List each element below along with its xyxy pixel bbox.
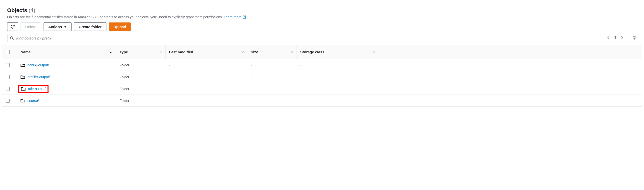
storage-class-header-label: Storage class (300, 50, 324, 54)
size-header-label: Size (251, 50, 258, 54)
storage-class-cell: - (297, 87, 378, 91)
size-column-header[interactable]: Size ▽ (247, 45, 297, 59)
refresh-icon (10, 24, 15, 29)
actions-label: Actions (48, 25, 62, 29)
row-checkbox[interactable] (6, 63, 10, 67)
folder-icon (21, 87, 26, 91)
page-number: 1 (614, 36, 616, 40)
separator (628, 35, 628, 41)
folder-icon (20, 99, 25, 103)
size-cell: - (247, 99, 297, 103)
type-cell: Folder (116, 63, 166, 67)
type-column-header[interactable]: Type ▽ (116, 45, 166, 59)
settings-button[interactable] (632, 36, 637, 41)
delete-button: Delete (20, 22, 41, 31)
row-checkbox[interactable] (6, 87, 10, 91)
sort-icon: ▽ (373, 50, 375, 54)
last-modified-cell: - (166, 63, 247, 67)
sort-icon: ▽ (242, 50, 244, 54)
storage-class-cell: - (297, 63, 378, 67)
object-count: (4) (29, 7, 36, 13)
table-row: source/Folder--- (2, 95, 642, 106)
select-all-checkbox[interactable] (6, 50, 10, 54)
external-link-icon (242, 15, 246, 19)
name-header-label: Name (20, 50, 31, 54)
svg-point-1 (634, 37, 635, 38)
objects-table: Name ▲ Type ▽ Last modified ▽ Size ▽ Sto… (2, 45, 642, 106)
type-cell: Folder (116, 75, 166, 79)
gear-icon (632, 36, 637, 40)
sort-asc-icon: ▲ (110, 50, 112, 54)
object-name-link[interactable]: profiler-output/ (28, 75, 50, 79)
learn-more-link[interactable]: Learn more (224, 15, 246, 19)
upload-button[interactable]: Upload (109, 22, 131, 31)
table-row: profiler-output/Folder--- (2, 71, 642, 83)
storage-class-cell: - (297, 99, 378, 103)
type-cell: Folder (116, 99, 166, 103)
table-header-row: Name ▲ Type ▽ Last modified ▽ Size ▽ Sto… (2, 45, 642, 59)
size-cell: - (247, 75, 297, 79)
row-checkbox[interactable] (6, 75, 10, 79)
panel-title: Objects (7, 7, 27, 13)
name-cell: rule-output/ (17, 85, 116, 93)
name-cell: profiler-output/ (17, 74, 116, 80)
object-name-link[interactable]: rule-output/ (28, 87, 46, 91)
object-name-link[interactable]: source/ (28, 99, 39, 103)
last-modified-column-header[interactable]: Last modified ▽ (166, 45, 247, 59)
table-row: rule-output/Folder--- (2, 83, 642, 95)
sort-icon: ▽ (291, 50, 293, 54)
storage-class-column-header[interactable]: Storage class ▽ (297, 45, 378, 59)
actions-button[interactable]: Actions (44, 22, 72, 31)
last-modified-header-label: Last modified (169, 50, 193, 54)
search-box[interactable] (7, 34, 225, 42)
sort-icon: ▽ (160, 50, 162, 54)
row-checkbox[interactable] (6, 99, 10, 103)
chevron-left-icon (607, 36, 610, 40)
object-name-link[interactable]: debug-output/ (28, 63, 49, 67)
last-modified-cell: - (166, 87, 247, 91)
refresh-button[interactable] (7, 22, 18, 31)
svg-point-0 (10, 36, 13, 39)
storage-class-cell: - (297, 75, 378, 79)
table-row: debug-output/Folder--- (2, 59, 642, 71)
folder-icon (20, 75, 25, 79)
select-all-header (2, 45, 17, 59)
name-cell: source/ (17, 98, 116, 104)
size-cell: - (247, 87, 297, 91)
search-icon (10, 36, 14, 40)
caret-down-icon (64, 26, 67, 28)
name-cell: debug-output/ (17, 62, 116, 68)
description-text: Objects are the fundamental entities sto… (7, 15, 223, 19)
chevron-right-icon (621, 36, 623, 40)
learn-more-label: Learn more (224, 15, 242, 19)
type-header-label: Type (120, 50, 128, 54)
search-input[interactable] (16, 36, 222, 40)
objects-panel: Objects (4) Objects are the fundamental … (2, 2, 642, 107)
last-modified-cell: - (166, 99, 247, 103)
next-page-button[interactable] (621, 36, 623, 40)
prev-page-button[interactable] (607, 36, 610, 40)
type-cell: Folder (116, 87, 166, 91)
name-column-header[interactable]: Name ▲ (17, 45, 116, 59)
last-modified-cell: - (166, 75, 247, 79)
create-folder-button[interactable]: Create folder (74, 22, 106, 31)
size-cell: - (247, 63, 297, 67)
panel-description: Objects are the fundamental entities sto… (7, 15, 637, 19)
folder-icon (20, 63, 25, 67)
